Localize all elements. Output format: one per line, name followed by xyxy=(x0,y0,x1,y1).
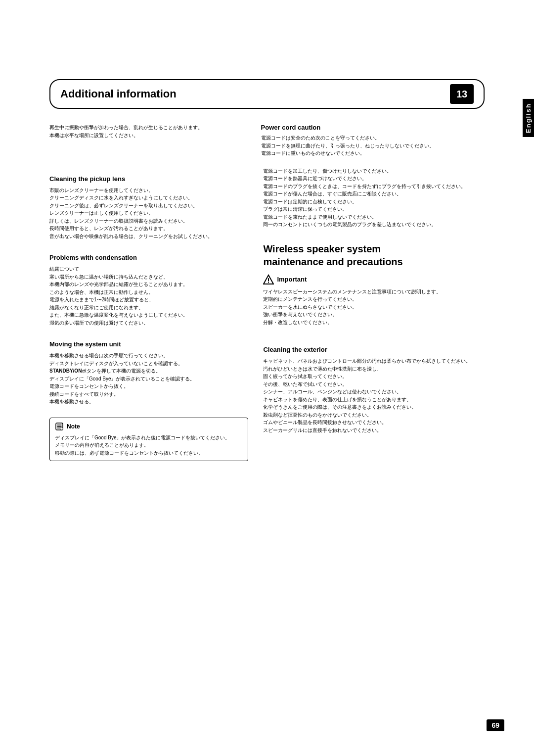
wireless-heading-text: Wireless speaker systemmaintenance and p… xyxy=(263,243,402,267)
svg-point-4 xyxy=(268,282,269,283)
power-cont-line8: 同一のコンセントにいくつもの電気製品のプラグを差し込まないでください。 xyxy=(263,221,485,229)
page-container: Additional information 13 English 再生中に振動… xyxy=(0,0,534,756)
wireless-heading: Wireless speaker systemmaintenance and p… xyxy=(263,242,485,268)
condensation-line5: 電源を入れたままで1〜2時間ほど放置すると、 xyxy=(49,296,248,304)
pickup-line6: 長時間使用すると、レンズが汚れることがあります。 xyxy=(49,225,248,233)
moving-line6: 接続コードをすべて取り外す。 xyxy=(49,390,248,398)
condensation-heading: Problems with condensation xyxy=(49,254,248,261)
important-line2: 定期的にメンテナンスを行ってください。 xyxy=(263,295,485,303)
note-header: Note xyxy=(55,422,243,431)
exterior-line2: 汚れがひどいときは水で薄めた中性洗剤に布を浸し、 xyxy=(263,365,485,373)
note-icon xyxy=(55,422,64,431)
power-cont-line2: 電源コードを熱器具に近づけないでください。 xyxy=(263,175,485,183)
exterior-line4: その後、乾いた布で拭いてください。 xyxy=(263,380,485,388)
condensation-line1: 結露について xyxy=(49,265,248,273)
chapter-header: Additional information 13 xyxy=(49,79,485,109)
moving-line1: 本機を移動させる場合は次の手順で行ってください。 xyxy=(49,352,248,360)
condensation-line8: 湿気の多い場所での使用は避けてください。 xyxy=(49,319,248,327)
important-line3: スピーカーを水にぬらさないでください。 xyxy=(263,303,485,311)
top-jp-area: 再生中に振動や衝撃が加わった場合、乱れが生じることがあります。 本機は水平な場所… xyxy=(49,124,485,157)
exterior-line9: ゴムやビニール製品を長時間接触させないでください。 xyxy=(263,419,485,426)
power-cont-line3: 電源コードのプラグを抜くときは、コードを持たずにプラグを持って引き抜いてください… xyxy=(263,183,485,190)
content-area: Cleaning the pickup lens 市販のレンズクリーナーを使用し… xyxy=(49,167,485,468)
exterior-line5: シンナー、アルコール、ベンジンなどは使わないでください。 xyxy=(263,388,485,396)
important-line4: 強い衝撃を与えないでください。 xyxy=(263,311,485,319)
moving-system-heading: Moving the system unit xyxy=(49,340,248,348)
moving-line3: STANDBY/ONボタンを押して本機の電源を切る。 xyxy=(49,367,248,375)
condensation-line2: 寒い場所から急に温かい場所に持ち込んだときなど、 xyxy=(49,273,248,281)
power-cord-heading: Power cord caution xyxy=(261,124,485,131)
cleaning-pickup-heading: Cleaning the pickup lens xyxy=(49,175,248,183)
moving-line2: ディスクトレイにディスクが入っていないことを確認する。 xyxy=(49,360,248,368)
pickup-line3: クリーニング後は、必ずレンズクリーナーを取り出してください。 xyxy=(49,202,248,210)
important-box: Important ワイヤレススピーカーシステムのメンテナンスと注意事項について… xyxy=(263,274,485,327)
pickup-line7: 音が出ない場合や映像が乱れる場合は、クリーニングをお試しください。 xyxy=(49,233,248,240)
chapter-number: 13 xyxy=(450,84,474,104)
condensation-line6: 結露がなくなり正常にご使用になれます。 xyxy=(49,304,248,312)
col-left: Cleaning the pickup lens 市販のレンズクリーナーを使用し… xyxy=(49,167,258,468)
top-jp-right: Power cord caution 電源コードは安全のため次のことを守ってくだ… xyxy=(261,124,485,157)
pickup-line2: クリーニングディスクに水を入れすぎないようにしてください。 xyxy=(49,194,248,202)
power-cont-line7: 電源コードを束ねたままで使用しないでください。 xyxy=(263,213,485,221)
exterior-line7: 化学ぞうきんをご使用の際は、その注意書きをよくお読みください。 xyxy=(263,403,485,411)
page-number: 69 xyxy=(487,719,504,731)
note-line2: メモリーの内容が消えることがあります。 xyxy=(55,441,243,449)
important-icon xyxy=(263,274,274,285)
note-line1: ディスプレイに「Good Bye」が表示された後に電源コードを抜いてください。 xyxy=(55,434,243,442)
exterior-line10: スピーカーグリルには直接手を触れないでください。 xyxy=(263,426,485,434)
pickup-line4: レンズクリーナーは正しく使用してください。 xyxy=(49,209,248,217)
chapter-title: Additional information xyxy=(60,88,450,100)
pickup-line5: 詳しくは、レンズクリーナーの取扱説明書をお読みください。 xyxy=(49,217,248,225)
power-cont-line1: 電源コードを加工したり、傷つけたりしないでください。 xyxy=(263,167,485,175)
important-label: Important xyxy=(277,276,307,283)
col-right: 電源コードを加工したり、傷つけたりしないでください。 電源コードを熱器具に近づけ… xyxy=(258,167,485,468)
svg-point-1 xyxy=(60,427,63,430)
important-line5: 分解・改造しないでください。 xyxy=(263,319,485,327)
power-cord-line3: 電源コードに重いものをのせないでください。 xyxy=(261,149,485,157)
note-label: Note xyxy=(67,423,80,430)
exterior-line3: 固く絞ってから拭き取ってください。 xyxy=(263,373,485,380)
exterior-line1: キャビネット、パネルおよびコントロール部分の汚れは柔らかい布でから拭きしてくださ… xyxy=(263,357,485,365)
note-box: Note ディスプレイに「Good Bye」が表示された後に電源コードを抜いてく… xyxy=(49,418,248,462)
important-header: Important xyxy=(263,274,485,285)
top-jp-left-line1: 再生中に振動や衝撃が加わった場合、乱れが生じることがあります。 xyxy=(49,124,256,132)
power-cont-line5: 電源コードは定期的に点検してください。 xyxy=(263,198,485,206)
moving-line4: ディスプレイに「Good Bye」が表示されていることを確認する。 xyxy=(49,375,248,383)
condensation-line7: また、本機に急激な温度変化を与えないようにしてください。 xyxy=(49,311,248,319)
moving-line7: 本機を移動させる。 xyxy=(49,398,248,406)
cleaning-exterior-heading: Cleaning the exterior xyxy=(263,346,485,353)
power-cord-line1: 電源コードは安全のため次のことを守ってください。 xyxy=(261,134,485,142)
exterior-line8: 殺虫剤など揮発性のものをかけないでください。 xyxy=(263,411,485,419)
top-jp-left: 再生中に振動や衝撃が加わった場合、乱れが生じることがあります。 本機は水平な場所… xyxy=(49,124,256,157)
top-jp-left-line2: 本機は水平な場所に設置してください。 xyxy=(49,132,256,140)
condensation-line4: このような場合、本機は正常に動作しません。 xyxy=(49,288,248,296)
pickup-line1: 市販のレンズクリーナーを使用してください。 xyxy=(49,187,248,194)
english-tab: English xyxy=(523,99,534,137)
power-cont-line6: プラグは常に清潔に保ってください。 xyxy=(263,205,485,213)
power-cont-line4: 電源コードが傷んだ場合は、すぐに販売店にご相談ください。 xyxy=(263,190,485,198)
exterior-line6: キャビネットを傷めたり、表面の仕上げを損なうことがあります。 xyxy=(263,396,485,404)
moving-line5: 電源コードをコンセントから抜く。 xyxy=(49,382,248,390)
note-line3: 移動の際には、必ず電源コードをコンセントから抜いてください。 xyxy=(55,449,243,457)
important-line1: ワイヤレススピーカーシステムのメンテナンスと注意事項について説明します。 xyxy=(263,288,485,296)
condensation-line3: 本機内部のレンズや光学部品に結露が生じることがあります。 xyxy=(49,281,248,288)
power-cord-line2: 電源コードを無理に曲げたり、引っ張ったり、ねじったりしないでください。 xyxy=(261,142,485,150)
